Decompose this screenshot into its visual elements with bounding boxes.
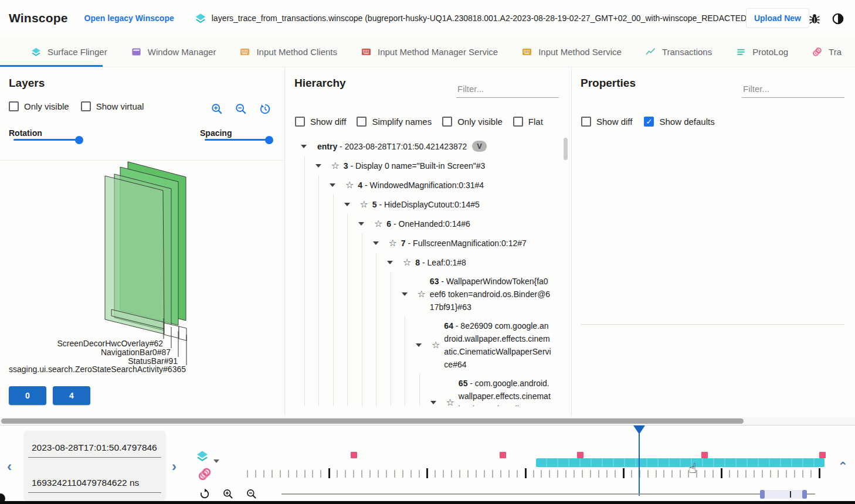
next-entry-chevron[interactable]: › — [172, 461, 177, 472]
tree-node[interactable]: ☆5 - HideDisplayCutout:0:14#5 — [286, 195, 561, 214]
expand-caret-icon[interactable] — [430, 401, 436, 404]
tree-node[interactable]: ☆64 - 8e26909 com.google.android.wallpap… — [286, 316, 561, 374]
checkbox-label: Show defaults — [659, 117, 714, 127]
reset-view-icon[interactable] — [259, 103, 272, 118]
pin-star-icon[interactable]: ☆ — [360, 200, 368, 209]
timeline-range-track[interactable] — [281, 493, 815, 495]
checkbox-label: Only visible — [24, 101, 69, 111]
checkbox[interactable] — [581, 117, 591, 127]
upload-new-button[interactable]: Upload New — [746, 8, 809, 28]
range-handle-right[interactable] — [802, 490, 807, 499]
expand-caret-icon[interactable] — [344, 203, 350, 206]
tab-input-method-clients[interactable]: Input Method Clients — [239, 46, 337, 57]
checkbox[interactable] — [295, 117, 305, 127]
tab-protolog[interactable]: ProtoLog — [735, 46, 788, 57]
ruler-minor-tick — [517, 470, 518, 478]
tree-node[interactable]: ☆6 - OneHanded:0:14#6 — [286, 214, 561, 233]
timeline-zoom-in-icon[interactable] — [222, 488, 234, 500]
expand-caret-icon[interactable] — [358, 222, 364, 226]
pin-star-icon[interactable]: ☆ — [345, 181, 354, 190]
timeline-range-selector[interactable] — [760, 490, 807, 499]
tree-guide-line — [347, 214, 348, 406]
timeline-zoom-out-icon[interactable] — [246, 488, 257, 500]
tree-node[interactable]: ☆7 - FullscreenMagnification:0:12#7 — [286, 233, 561, 253]
report-bug-icon[interactable] — [808, 12, 821, 25]
expand-caret-icon[interactable] — [387, 261, 393, 264]
spacing-slider-thumb[interactable] — [265, 136, 273, 144]
timestamp-human-input[interactable] — [28, 441, 161, 458]
properties-filter-input[interactable] — [742, 81, 844, 98]
pin-star-icon[interactable]: ☆ — [446, 398, 454, 406]
tree-node[interactable]: ☆65 - com.google.android.wallpaper.effec… — [286, 374, 561, 406]
properties-panel: Properties Show diff✓Show defaults — [572, 67, 855, 416]
rotation-slider-thumb[interactable] — [75, 136, 83, 144]
ruler-minor-tick — [394, 470, 395, 478]
tree-node[interactable]: entry - 2023-08-28T17:01:50.421423872V — [286, 137, 561, 156]
collapse-timeline-chevron[interactable]: ⌃ — [837, 459, 848, 474]
spacing-slider-track[interactable] — [205, 139, 270, 141]
hierarchy-scrollbar[interactable] — [564, 138, 568, 160]
properties-option-show-defaults[interactable]: ✓Show defaults — [644, 117, 714, 127]
tree-node[interactable]: ☆63 - WallpaperWindowToken{fa0eef6 token… — [286, 272, 561, 316]
tab-input-method-manager-service[interactable]: Input Method Manager Service — [361, 46, 498, 57]
tab-surface-flinger[interactable]: Surface Flinger — [30, 46, 107, 57]
expand-caret-icon[interactable] — [402, 292, 408, 296]
expand-caret-icon[interactable] — [315, 164, 321, 168]
refresh-icon[interactable] — [199, 488, 211, 500]
hierarchy-option-flat[interactable]: Flat — [513, 117, 543, 127]
expand-caret-icon[interactable] — [330, 183, 335, 187]
zoom-in-icon[interactable] — [211, 103, 223, 118]
properties-filter — [742, 81, 844, 98]
pin-star-icon[interactable]: ☆ — [403, 258, 411, 267]
ruler-minor-tick — [484, 470, 485, 478]
tree-node[interactable]: ☆3 - Display 0 name="Built-in Screen"#3 — [286, 156, 561, 175]
layers-option-show-virtual[interactable]: Show virtual — [81, 101, 144, 111]
transitions-trace-icon[interactable] — [197, 466, 212, 482]
checkbox[interactable]: ✓ — [644, 117, 654, 127]
expand-caret-icon[interactable] — [373, 241, 379, 245]
prev-entry-chevron[interactable]: ‹ — [7, 461, 12, 472]
tree-node[interactable]: ☆8 - Leaf:0:1#8 — [286, 253, 561, 272]
surfaceflinger-trace-icon[interactable] — [195, 449, 209, 463]
zoom-out-icon[interactable] — [235, 103, 247, 118]
tab-tra[interactable]: Tra — [812, 46, 842, 57]
surfaceflinger-trace-bar[interactable] — [536, 458, 825, 467]
checkbox[interactable] — [513, 117, 523, 127]
open-legacy-link[interactable]: Open legacy Winscope — [84, 13, 174, 23]
pin-star-icon[interactable]: ☆ — [389, 239, 397, 248]
hierarchy-filter-input[interactable] — [456, 81, 559, 98]
pin-star-icon[interactable]: ☆ — [331, 161, 340, 171]
ruler-minor-tick — [337, 470, 338, 478]
trace-select-caret-icon[interactable] — [213, 459, 219, 463]
rotation-slider-track[interactable] — [13, 139, 80, 141]
checkbox[interactable] — [81, 101, 91, 111]
pin-star-icon[interactable]: ☆ — [432, 340, 440, 350]
hierarchy-option-only-visible[interactable]: Only visible — [442, 117, 503, 127]
playhead-line[interactable] — [639, 425, 640, 496]
tree-node[interactable]: ☆4 - WindowedMagnification:0:31#4 — [286, 175, 561, 195]
playhead-handle[interactable] — [633, 425, 645, 434]
range-handle-left[interactable] — [760, 490, 765, 499]
dark-mode-toggle-icon[interactable] — [832, 12, 844, 25]
tab-window-manager[interactable]: Window Manager — [131, 46, 216, 57]
checkbox[interactable] — [442, 117, 452, 127]
ruler-minor-tick — [663, 470, 664, 478]
tab-input-method-service[interactable]: Input Method Service — [521, 46, 622, 57]
main-horizontal-scrollbar[interactable] — [0, 417, 855, 424]
layer-id-button-4[interactable]: 4 — [53, 386, 90, 405]
layer-id-button-0[interactable]: 0 — [9, 386, 46, 405]
layers-option-only-visible[interactable]: Only visible — [9, 101, 69, 111]
checkbox[interactable] — [357, 117, 367, 127]
properties-option-show-diff[interactable]: Show diff — [581, 117, 632, 127]
expand-caret-icon[interactable] — [416, 343, 422, 347]
ruler-major-tick — [426, 468, 428, 478]
hierarchy-option-simplify-names[interactable]: Simplify names — [357, 117, 432, 127]
main-horizontal-scrollbar-thumb[interactable] — [1, 418, 744, 424]
expand-caret-icon[interactable] — [301, 145, 307, 148]
pin-star-icon[interactable]: ☆ — [418, 290, 426, 299]
hierarchy-option-show-diff[interactable]: Show diff — [295, 117, 346, 127]
checkbox[interactable] — [9, 101, 19, 111]
tab-transactions[interactable]: Transactions — [645, 46, 712, 57]
pin-star-icon[interactable]: ☆ — [374, 219, 382, 229]
timestamp-ns-input[interactable] — [28, 476, 161, 493]
